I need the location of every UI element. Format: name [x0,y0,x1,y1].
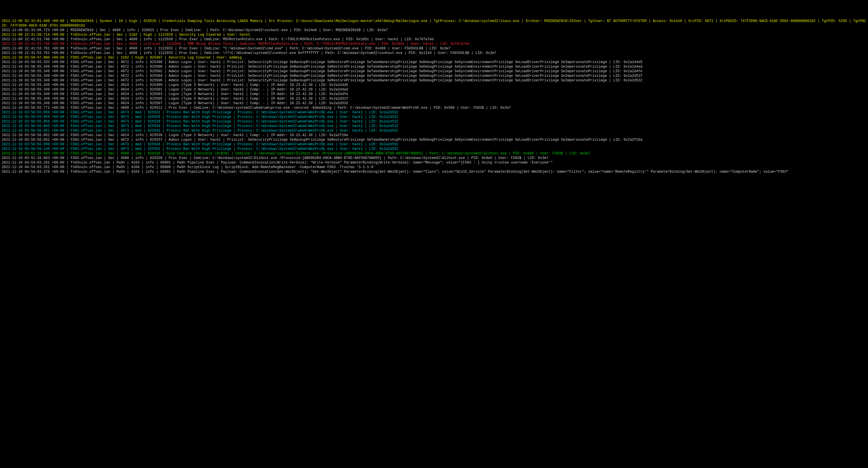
log-line: 2021-12-10 03:50:55.349 +09:00 | FS03.of… [2,83,866,87]
log-line: 2021-12-08 02:33:01.680 +09:00 | MSEDGEW… [2,19,866,28]
log-line: 2021-12-09 22:41:51.740 +09:00 | fs03vul… [2,37,866,42]
log-line: 2021-12-10 03:50:55.349 +09:00 | FS03.of… [2,64,866,69]
log-line: 2021-12-10 03:51:16.683 +09:00 | FS03.of… [2,151,866,156]
log-line: 2021-12-10 03:50:55.958 +09:00 | FS03.of… [2,115,866,119]
log-line: 2021-12-10 04:54:03.261 +09:00 | fs03vul… [2,160,866,165]
log-line: 2021-12-10 03:50:56.052 +09:00 | FS03.of… [2,128,866,133]
log-line: 2021-12-10 03:50:56.146 +09:00 | FS03.of… [2,147,866,151]
log-line: 2021-12-09 22:41:51.740 +09:00 | fs03vul… [2,42,866,46]
log-line: 2021-12-09 22:41:53.761 +09:00 | fs03vul… [2,51,866,55]
log-line: 2021-12-10 03:50:55.771 +09:00 | FS03.of… [2,105,866,110]
log-line: 2021-12-10 03:50:55.349 +09:00 | FS03.of… [2,78,866,83]
log-line: 2021-12-10 03:50:55.349 +09:00 | FS03.of… [2,96,866,101]
log-output: 2021-12-08 02:33:01.680 +09:00 | MSEDGEW… [2,19,866,174]
log-line: 2021-12-10 03:50:55.349 +09:00 | FS03.of… [2,101,866,105]
log-line: 2021-12-10 04:54:03.261 +09:00 | fs03vul… [2,165,866,169]
log-line: 2021-12-10 03:50:56.005 +09:00 | FS03.of… [2,124,866,128]
log-line: 2021-12-08 02:33:08.723 +09:00 | MSEDGEW… [2,28,866,33]
log-line: 2021-12-09 22:41:53.761 +09:00 | fs03vul… [2,46,866,51]
log-line: 2021-12-10 03:50:55.349 +09:00 | FS03.of… [2,92,866,96]
log-line: 2021-12-10 03:50:55.349 +09:00 | FS03.of… [2,69,866,74]
log-line: 2021-12-10 03:50:56.052 +09:00 | FS03.of… [2,133,866,137]
log-line: 2021-12-10 03:50:55.349 +09:00 | FS03.of… [2,87,866,92]
log-line: 2021-12-10 03:50:47.980 +09:00 | FS03.of… [2,55,866,60]
log-line: 2021-12-10 03:50:56.099 +09:00 | FS03.of… [2,142,866,147]
log-line: 2021-12-10 03:50:55.958 +09:00 | FS03.of… [2,119,866,124]
log-line: 2021-12-10 03:50:55.333 +09:00 | FS03.of… [2,60,866,64]
log-line: 2021-12-10 04:54:03.370 +09:00 | fs03vul… [2,169,866,174]
log-line: 2021-12-10 03:50:55.349 +09:00 | FS03.of… [2,74,866,78]
log-line: 2021-12-10 03:50:55.958 +09:00 | FS03.of… [2,110,866,115]
log-line: 2021-12-10 03:51:16.683 +09:00 | FS03.of… [2,156,866,160]
log-line: 2021-12-09 22:41:50.714 +09:00 | fs03vul… [2,33,866,37]
log-line: 2021-12-10 03:50:56.052 +09:00 | FS03.of… [2,137,866,142]
